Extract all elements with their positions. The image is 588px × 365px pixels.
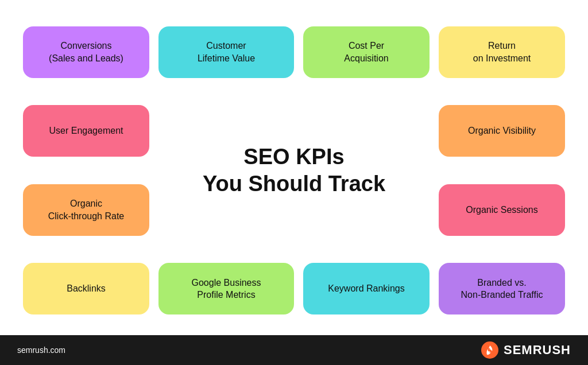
card-return-on-investment: Return on Investment [439, 26, 565, 78]
main-title: SEO KPIs You Should Track [158, 143, 430, 198]
card-conversions: Conversions (Sales and Leads) [23, 26, 149, 78]
card-branded-traffic: Branded vs. Non-Branded Traffic [439, 263, 565, 314]
card-organic-visibility: Organic Visibility [439, 105, 565, 157]
card-backlinks: Backlinks [23, 263, 149, 314]
card-cost-per-acquisition: Cost Per Acquisition [303, 26, 430, 78]
main-content: Conversions (Sales and Leads) Customer L… [0, 0, 588, 335]
card-keyword-rankings: Keyword Rankings [303, 263, 430, 314]
card-organic-ctr: Organic Click-through Rate [23, 184, 149, 236]
card-organic-sessions: Organic Sessions [439, 184, 565, 236]
card-customer-lifetime-value: Customer Lifetime Value [158, 26, 294, 78]
footer-brand-name: SEMRUSH [504, 343, 571, 358]
svg-point-0 [481, 341, 498, 359]
footer-url: semrush.com [17, 345, 65, 355]
footer-logo: SEMRUSH [481, 341, 571, 359]
semrush-logo-icon [481, 341, 499, 359]
card-google-business: Google Business Profile Metrics [158, 263, 294, 314]
title-text: SEO KPIs You Should Track [203, 143, 385, 198]
footer: semrush.com SEMRUSH [0, 335, 588, 365]
card-user-engagement: User Engagement [23, 105, 149, 157]
